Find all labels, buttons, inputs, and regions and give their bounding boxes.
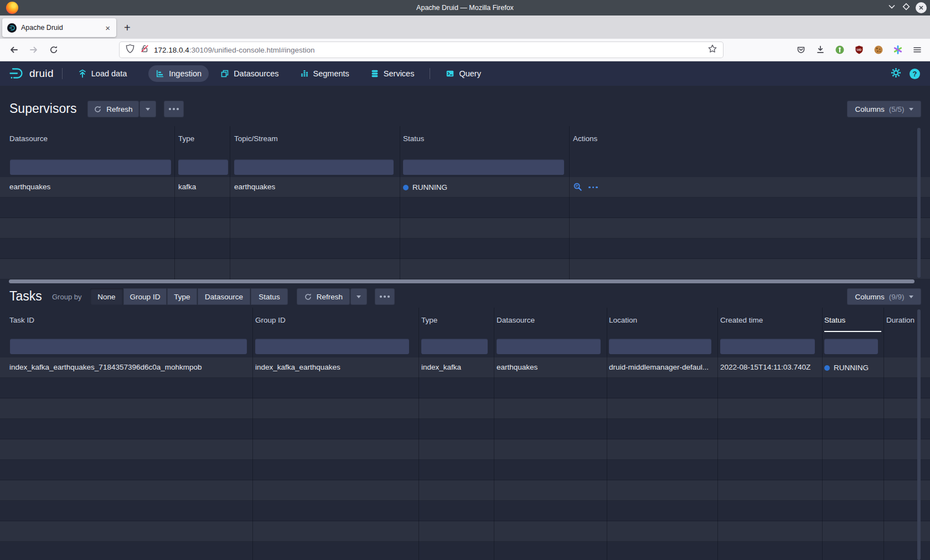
group-by-none-button[interactable]: None: [90, 288, 123, 305]
downloads-icon[interactable]: [815, 45, 825, 57]
sup-topic-filter-input[interactable]: [234, 159, 394, 175]
supervisors-horizontal-scrollbar[interactable]: [9, 279, 914, 283]
task-header-datasource[interactable]: Datasource: [497, 308, 535, 332]
tasks-vertical-scrollbar[interactable]: [917, 309, 921, 560]
settings-gear-icon[interactable]: [891, 68, 901, 80]
druid-logo-icon: [9, 66, 24, 81]
row-more-icon[interactable]: [588, 186, 598, 189]
column-divider: [884, 308, 884, 560]
shield-icon[interactable]: [125, 44, 135, 56]
nav-item-datasources[interactable]: Datasources: [213, 65, 286, 82]
forward-icon[interactable]: [29, 45, 39, 57]
nav-item-services[interactable]: Services: [363, 65, 422, 82]
sup-datasource-filter-input[interactable]: [10, 159, 171, 175]
tasks-refresh-caret-button[interactable]: [350, 288, 367, 305]
task-status-filter-input[interactable]: [824, 339, 878, 354]
columns-count: (9/9): [889, 293, 905, 301]
cookie-icon[interactable]: [874, 45, 884, 57]
druid-logo[interactable]: druid: [9, 66, 54, 81]
insecure-lock-icon[interactable]: [140, 44, 149, 56]
task-type-filter-input[interactable]: [421, 339, 488, 354]
supervisors-columns-button[interactable]: Columns (5/5): [847, 101, 921, 117]
group-by-status-button[interactable]: Status: [251, 288, 288, 305]
nav-item-segments[interactable]: Segments: [293, 65, 356, 82]
task-header-duration[interactable]: Duration: [886, 308, 914, 332]
supervisor-row[interactable]: earthquakes kafka earthquakes RUNNING: [0, 177, 930, 198]
refresh-icon: [94, 105, 102, 113]
table-row-empty: [0, 480, 930, 501]
load-data-icon: [78, 69, 87, 78]
tab-bar: Apache Druid × +: [0, 15, 930, 39]
browser-tab-active[interactable]: Apache Druid ×: [2, 18, 116, 37]
navbar-divider: [62, 68, 63, 79]
tasks-more-button[interactable]: [375, 288, 395, 305]
nav-item-query[interactable]: Query: [438, 65, 488, 82]
sup-header-status[interactable]: Status: [403, 126, 424, 151]
nav-item-label: Load data: [91, 69, 127, 78]
sup-status-filter-input[interactable]: [403, 159, 564, 175]
refresh-icon: [304, 293, 312, 301]
tasks-title: Tasks: [9, 289, 42, 304]
supervisors-refresh-button[interactable]: Refresh: [87, 101, 139, 117]
column-divider: [822, 308, 823, 560]
extension-asterisk-icon[interactable]: [893, 45, 903, 57]
url-bar[interactable]: 172.18.0.4:30109/unified-console.html#in…: [120, 42, 723, 58]
task-datasource-filter-input[interactable]: [497, 339, 601, 354]
bookmark-star-icon[interactable]: [707, 44, 717, 56]
help-icon[interactable]: ?: [910, 69, 920, 79]
sup-cell-datasource: earthquakes: [9, 177, 50, 198]
task-header-task-id[interactable]: Task ID: [9, 308, 34, 332]
sup-header-topic-stream[interactable]: Topic/Stream: [234, 126, 278, 151]
caret-down-icon: [356, 295, 361, 298]
more-icon: [380, 295, 390, 298]
table-row-empty: [0, 259, 930, 279]
table-row-empty: [0, 378, 930, 398]
supervisors-more-button[interactable]: [164, 101, 184, 117]
datasources-icon: [220, 69, 229, 78]
nav-item-load-data[interactable]: Load data: [71, 65, 135, 82]
nav-item-label: Query: [459, 69, 481, 78]
tasks-refresh-button[interactable]: Refresh: [297, 288, 350, 305]
task-header-group-id[interactable]: Group ID: [255, 308, 286, 332]
task-created-time-filter-input[interactable]: [720, 339, 815, 354]
ublock-icon[interactable]: UO: [854, 45, 864, 57]
sup-header-datasource[interactable]: Datasource: [9, 126, 48, 151]
task-header-status-sorted[interactable]: Status: [824, 308, 845, 332]
supervisors-title: Supervisors: [9, 101, 76, 116]
supervisors-refresh-caret-button[interactable]: [140, 101, 156, 117]
reload-icon[interactable]: [49, 45, 59, 57]
inspect-magnifier-icon[interactable]: [573, 182, 582, 193]
group-by-datasource-button[interactable]: Datasource: [198, 288, 250, 305]
extension-green-icon[interactable]: [835, 45, 845, 57]
task-id-filter-input[interactable]: [10, 339, 247, 354]
menu-hamburger-icon[interactable]: [912, 45, 922, 57]
tab-close-icon[interactable]: ×: [104, 24, 111, 32]
task-header-location[interactable]: Location: [609, 308, 637, 332]
column-divider: [252, 308, 253, 560]
column-divider: [717, 308, 718, 560]
window-minimize-icon[interactable]: [887, 2, 897, 14]
task-location-filter-input[interactable]: [609, 339, 711, 354]
new-tab-button[interactable]: +: [124, 20, 131, 35]
pocket-icon[interactable]: [796, 45, 806, 57]
task-group-id-filter-input[interactable]: [255, 339, 409, 354]
task-row[interactable]: index_kafka_earthquakes_7184357396d6c0a_…: [0, 357, 930, 378]
services-icon: [370, 69, 379, 78]
columns-label: Columns: [855, 293, 884, 301]
sup-type-filter-input[interactable]: [178, 159, 228, 175]
druid-console: druid Load data Ingestion Datasources Se…: [0, 61, 930, 560]
group-by-group-id-button[interactable]: Group ID: [123, 288, 167, 305]
window-maximize-icon[interactable]: [901, 2, 911, 14]
task-header-type[interactable]: Type: [421, 308, 437, 332]
tasks-columns-button[interactable]: Columns (9/9): [847, 288, 921, 305]
sup-header-type[interactable]: Type: [178, 126, 194, 151]
task-cell-type: index_kafka: [421, 357, 461, 378]
task-header-created-time[interactable]: Created time: [720, 308, 763, 332]
back-icon[interactable]: [9, 45, 19, 57]
window-close-icon[interactable]: [916, 2, 927, 13]
group-by-type-button[interactable]: Type: [167, 288, 197, 305]
supervisors-vertical-scrollbar[interactable]: [917, 128, 921, 278]
columns-label: Columns: [855, 105, 884, 113]
nav-item-ingestion[interactable]: Ingestion: [148, 65, 209, 82]
column-divider: [569, 126, 570, 279]
